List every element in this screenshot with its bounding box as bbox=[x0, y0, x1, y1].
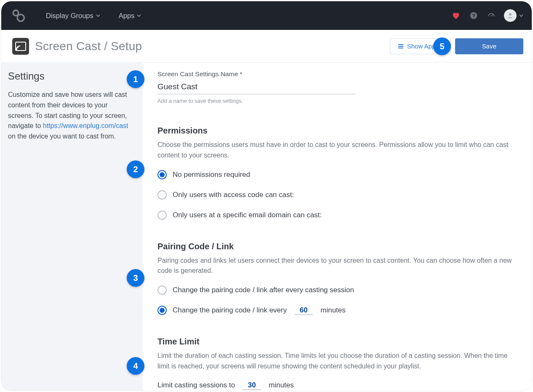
save-button[interactable]: Save bbox=[455, 38, 523, 54]
radio-icon bbox=[157, 190, 167, 200]
perm-radio-access-code[interactable]: Only users with access code can cast: bbox=[157, 190, 515, 200]
cast-app-icon bbox=[12, 38, 29, 55]
perm-radio-email-domain[interactable]: Only users at a specific email domain ca… bbox=[157, 211, 515, 220]
radio-label: No permissions required bbox=[173, 171, 250, 179]
time-limit-section: Time Limit Limit the duration of each ca… bbox=[157, 337, 515, 390]
step-badge-4: 4 bbox=[127, 357, 144, 375]
chevron-down-icon bbox=[519, 13, 523, 18]
radio-label-pre: Change the pairing code / link every bbox=[173, 306, 287, 315]
pair-radio-session[interactable]: Change the pairing code / link after eve… bbox=[157, 285, 515, 295]
pair-minutes-input[interactable] bbox=[294, 306, 313, 315]
pairing-section: Pairing Code / Link Pairing codes and li… bbox=[157, 242, 515, 315]
nav-apps[interactable]: Apps bbox=[119, 12, 141, 20]
avatar bbox=[504, 9, 517, 22]
step-badge-3: 3 bbox=[127, 269, 144, 287]
nav-display-groups[interactable]: Display Groups bbox=[46, 12, 100, 20]
cast-link[interactable]: https://www.enplug.com/cast bbox=[43, 122, 128, 129]
perm-radio-none[interactable]: No permissions required bbox=[157, 170, 515, 179]
top-nav: Display Groups Apps ? bbox=[1, 1, 532, 30]
time-limit-row: Limit casting sessions to minutes bbox=[157, 381, 515, 390]
account-menu[interactable] bbox=[504, 9, 523, 22]
radio-icon bbox=[157, 306, 167, 315]
time-limit-pre: Limit casting sessions to bbox=[157, 381, 235, 389]
heart-icon[interactable] bbox=[452, 11, 460, 20]
radio-label: Only users with access code can cast: bbox=[173, 191, 294, 199]
chevron-down-icon bbox=[96, 13, 100, 18]
brand-logo bbox=[11, 8, 26, 23]
section-description: Pairing codes and links let users connec… bbox=[157, 256, 515, 277]
list-icon bbox=[398, 43, 404, 49]
svg-rect-10 bbox=[398, 48, 403, 48]
time-limit-post: minutes bbox=[269, 381, 294, 389]
svg-point-7 bbox=[16, 49, 17, 50]
field-label: Screen Cast Settings Name * bbox=[157, 70, 515, 78]
dashboard-icon[interactable] bbox=[487, 11, 496, 20]
nav-label: Apps bbox=[119, 12, 135, 20]
person-icon bbox=[506, 12, 514, 19]
help-icon[interactable]: ? bbox=[469, 11, 478, 20]
time-limit-input[interactable] bbox=[243, 381, 261, 390]
svg-text:?: ? bbox=[472, 13, 475, 18]
svg-point-1 bbox=[17, 14, 24, 21]
section-heading: Time Limit bbox=[157, 337, 515, 347]
step-badge-2: 2 bbox=[127, 160, 144, 178]
radio-label: Only users at a specific email domain ca… bbox=[173, 211, 322, 219]
radio-icon bbox=[157, 170, 167, 179]
step-badge-5: 5 bbox=[433, 37, 451, 55]
settings-name-input[interactable] bbox=[157, 81, 355, 94]
svg-rect-8 bbox=[398, 44, 403, 45]
svg-rect-9 bbox=[398, 46, 403, 47]
page-toolbar: Screen Cast / Setup Show Apps Save bbox=[1, 30, 532, 63]
sidebar: Settings Customize and save how users wi… bbox=[1, 63, 142, 391]
radio-label: Change the pairing code / link after eve… bbox=[173, 286, 354, 294]
radio-icon bbox=[157, 285, 167, 295]
main-content: Screen Cast Settings Name * Add a name t… bbox=[142, 63, 532, 391]
sidebar-description: Customize and save how users will cast c… bbox=[8, 90, 133, 142]
svg-point-0 bbox=[13, 10, 19, 16]
section-heading: Permissions bbox=[157, 126, 515, 136]
settings-name-field: Screen Cast Settings Name * Add a name t… bbox=[157, 70, 515, 104]
section-description: Limit the duration of each casting sessi… bbox=[157, 351, 515, 372]
radio-label-post: minutes bbox=[320, 306, 346, 315]
field-hint: Add a name to save these settings. bbox=[157, 98, 515, 104]
section-description: Choose the permissions users must have i… bbox=[157, 140, 515, 161]
chevron-down-icon bbox=[137, 13, 141, 18]
sidebar-heading: Settings bbox=[8, 70, 133, 82]
button-label: Save bbox=[482, 43, 496, 50]
nav-label: Display Groups bbox=[46, 12, 93, 20]
pair-radio-interval[interactable]: Change the pairing code / link every min… bbox=[157, 306, 515, 315]
permissions-section: Permissions Choose the permissions users… bbox=[157, 126, 515, 220]
section-heading: Pairing Code / Link bbox=[157, 242, 515, 251]
radio-icon bbox=[157, 211, 167, 220]
page-title: Screen Cast / Setup bbox=[35, 40, 142, 53]
svg-point-5 bbox=[509, 13, 512, 16]
svg-line-4 bbox=[491, 15, 493, 16]
step-badge-1: 1 bbox=[127, 70, 144, 88]
